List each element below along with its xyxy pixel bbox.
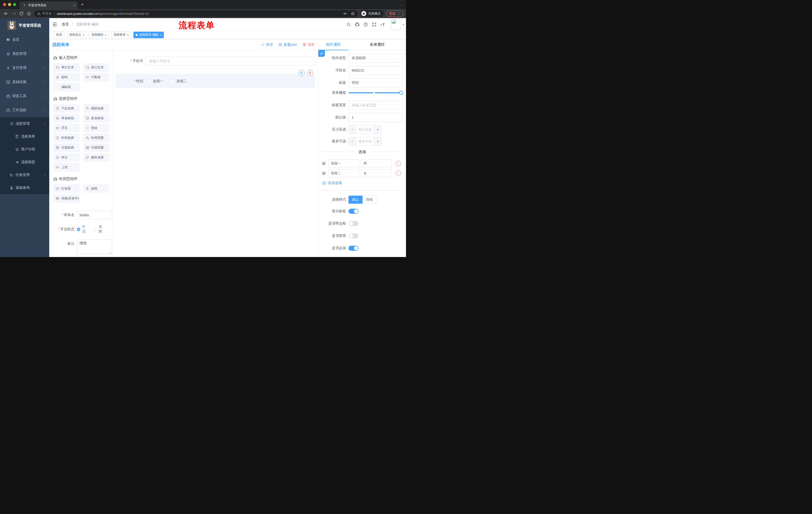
sidebar-item-process-form[interactable]: 流程表单 (0, 130, 49, 143)
option1-label-input[interactable] (328, 159, 359, 167)
grid-slider[interactable] (348, 91, 403, 95)
fullscreen-icon[interactable] (372, 22, 376, 27)
sidebar-logo[interactable]: 芋道管理系统 (0, 18, 49, 33)
search-icon[interactable] (346, 22, 351, 27)
drawing-board[interactable]: *手机号 *性别 选项一 选项二 (113, 50, 318, 257)
default-value-input[interactable] (348, 113, 403, 122)
palette-item-table[interactable]: 表格[开发中] (53, 194, 80, 203)
drag-option-icon[interactable] (322, 161, 326, 165)
back-icon[interactable] (4, 11, 8, 16)
slider-handle[interactable] (399, 91, 403, 95)
palette-item-counter[interactable]: 123 计数器 (83, 73, 110, 81)
max-select-input[interactable] (356, 137, 374, 145)
clear-button[interactable]: 清空 (302, 43, 315, 47)
sidebar-item-payment[interactable]: ¥ 支付管理 ˅ (0, 61, 49, 75)
tag-home[interactable]: 首页 (54, 32, 64, 38)
required-toggle[interactable] (348, 246, 358, 251)
window-zoom-button[interactable] (13, 3, 16, 6)
remove-option2-button[interactable] (396, 170, 401, 176)
slider-track[interactable] (348, 92, 403, 93)
sidebar-item-leave-query[interactable]: 请假查询 (0, 181, 49, 194)
form-name-input[interactable] (77, 211, 112, 219)
tab-close-icon[interactable]: × (74, 3, 76, 7)
tag-close-icon[interactable]: × (127, 33, 128, 36)
checkbox-box[interactable] (147, 79, 151, 83)
panel-drag-handle[interactable] (318, 50, 325, 57)
canvas-field-gender-selected[interactable]: *性别 选项一 选项二 (116, 74, 315, 88)
security-label[interactable]: 不安全 (42, 11, 52, 16)
bookmark-star-icon[interactable] (351, 11, 355, 16)
canvas-field-phone[interactable]: *手机号 (116, 57, 315, 65)
tag-close-icon[interactable]: × (83, 33, 84, 36)
palette-item-time-range[interactable]: 时间范围 (83, 134, 110, 142)
tab-component-props[interactable]: 组件属性 (318, 39, 348, 50)
tag-close-icon[interactable]: × (105, 33, 106, 36)
stepper-increase-button[interactable]: + (374, 126, 381, 134)
gender-checkbox-option2[interactable]: 选项二 (171, 79, 187, 83)
font-size-icon[interactable]: TT (381, 22, 385, 27)
with-border-toggle[interactable] (348, 221, 358, 226)
stepper-increase-button[interactable]: + (374, 137, 381, 145)
password-key-icon[interactable] (343, 11, 347, 16)
tag-process-form[interactable]: 流程表单 × (111, 32, 131, 38)
checkbox-box[interactable] (171, 79, 174, 83)
avatar-caret-icon[interactable]: ▾ (403, 23, 404, 26)
stepper-decrease-button[interactable]: − (349, 137, 356, 145)
tab-form-props[interactable]: 表单属性 (348, 39, 406, 50)
sidebar-item-workflow[interactable]: 工作流程 ˄ (0, 103, 49, 117)
palette-item-button[interactable]: 按钮 (83, 184, 110, 193)
palette-item-password[interactable]: 密码 (53, 73, 80, 81)
breadcrumb-home[interactable]: 首页 (62, 22, 69, 26)
tag-process-definition[interactable]: 流程定义 × (67, 32, 86, 38)
label-width-input[interactable] (348, 101, 403, 110)
gender-checkbox-option1[interactable]: 选项一 (147, 79, 163, 83)
stepper-decrease-button[interactable]: − (349, 126, 356, 134)
copy-component-button[interactable] (298, 70, 304, 76)
palette-item-checkbox-group[interactable]: 多选框组 (83, 114, 110, 123)
reload-icon[interactable] (19, 11, 24, 16)
browser-tab[interactable]: 芋道管理系统 × (20, 1, 78, 9)
style-default-button[interactable]: 默认 (348, 196, 362, 204)
status-radio-on[interactable]: 开启 (77, 225, 88, 234)
address-bar[interactable]: 不安全 dashboard.yudao.iocoder.cn /bpm/mana… (34, 10, 358, 17)
palette-item-time-picker[interactable]: 时间选择 (53, 134, 80, 142)
palette-item-cascader[interactable]: 级联选择 (83, 104, 110, 113)
show-label-toggle[interactable] (348, 209, 358, 214)
palette-item-date-range[interactable]: 日期范围 (83, 143, 110, 152)
sidebar-item-task-mgmt[interactable]: 任务管理 ˅ (0, 168, 49, 181)
palette-item-select[interactable]: 下拉选择 (53, 104, 80, 113)
sidebar-item-process-model[interactable]: 流程模型 (0, 156, 49, 168)
window-close-button[interactable] (3, 3, 6, 6)
drag-option-icon[interactable] (322, 171, 326, 175)
palette-item-rate[interactable]: 评分 (53, 153, 80, 162)
help-icon[interactable] (364, 22, 368, 27)
form-remark-textarea[interactable]: 嘿嘿 (77, 239, 112, 254)
sidebar-item-user-group[interactable]: 用户分组 (0, 143, 49, 156)
palette-item-row-container[interactable]: 行容器 (53, 184, 80, 193)
add-option-button[interactable]: 添加选项 (322, 181, 403, 185)
browser-menu-kebab-icon[interactable]: ⋮ (398, 12, 401, 16)
palette-item-radio-group[interactable]: 单选框组 (53, 114, 80, 123)
palette-item-upload[interactable]: 上传 (53, 163, 80, 171)
palette-item-textarea[interactable]: 多行文本 (83, 63, 110, 72)
option1-value-input[interactable] (361, 159, 392, 167)
tag-process-model[interactable]: 流程模型 × (89, 32, 109, 38)
option2-value-input[interactable] (361, 169, 392, 177)
option2-label-input[interactable] (328, 169, 359, 177)
phone-input[interactable] (145, 57, 315, 65)
disabled-toggle[interactable] (348, 233, 358, 238)
tag-process-form-edit[interactable]: 流程表单-编辑 × (134, 32, 164, 38)
avatar[interactable] (391, 19, 401, 30)
palette-item-editor[interactable]: 编辑器 (53, 83, 80, 91)
palette-item-single-text[interactable]: 单行文本 (53, 63, 80, 72)
remove-option1-button[interactable] (396, 161, 401, 166)
sidebar-item-system[interactable]: ⚙ 系统管理 ˅ (0, 47, 49, 61)
tab-search-chevron-icon[interactable]: ⌄ (401, 3, 403, 6)
sidebar-item-home[interactable]: 首页 (0, 33, 49, 47)
title-input[interactable] (348, 78, 403, 87)
sidebar-collapse-icon[interactable] (52, 22, 57, 27)
save-button[interactable]: 保存 (261, 43, 273, 47)
component-type-select[interactable]: 多选框组⌄ (348, 54, 403, 63)
tag-close-icon[interactable]: × (160, 33, 161, 36)
github-icon[interactable] (355, 22, 359, 27)
